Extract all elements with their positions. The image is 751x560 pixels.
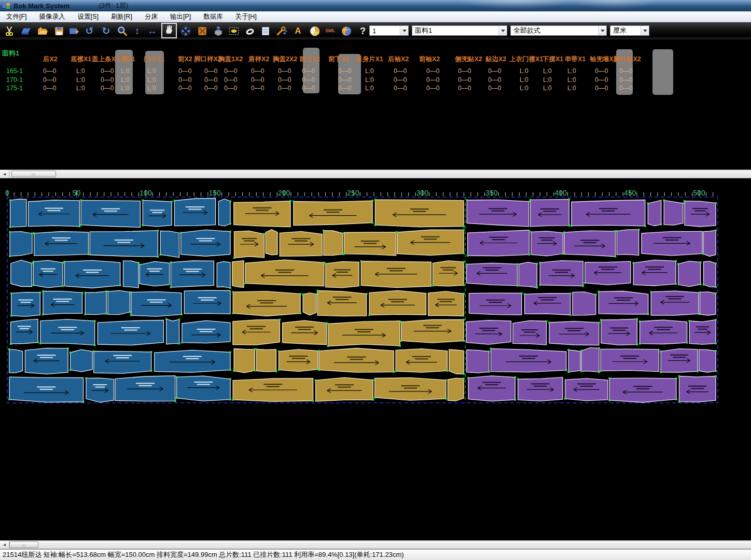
marker-piece[interactable]	[549, 321, 599, 345]
marker-piece[interactable]	[469, 293, 521, 315]
marker-piece[interactable]	[85, 291, 106, 315]
menu-item[interactable]: 数据库	[197, 11, 229, 22]
size-row-label[interactable]: 175-1	[6, 85, 23, 92]
marker-piece[interactable]	[428, 291, 464, 316]
piece-column-header[interactable]: 前袖X2	[419, 55, 440, 64]
menu-item[interactable]: 关于[H]	[229, 11, 263, 22]
scrollbar-thumb[interactable]: |||	[9, 541, 38, 548]
menu-item[interactable]: 刷新[R]	[105, 11, 138, 22]
marker-piece[interactable]	[519, 262, 537, 288]
menu-item[interactable]: 摄像录入	[33, 11, 72, 22]
marker-piece[interactable]	[143, 200, 172, 226]
piece-column-header[interactable]: 串带X1	[565, 55, 586, 64]
marker-piece[interactable]	[326, 261, 359, 287]
marker-piece[interactable]	[90, 231, 158, 257]
menu-item[interactable]: 输出[P]	[164, 11, 197, 22]
marker-piece[interactable]	[233, 291, 300, 316]
marker-piece[interactable]	[294, 201, 372, 226]
undo-icon[interactable]: ↺	[82, 24, 96, 38]
marker-piece[interactable]	[279, 349, 318, 372]
folder-icon[interactable]	[35, 24, 49, 38]
marker-piece[interactable]	[280, 231, 322, 256]
marker-piece[interactable]	[678, 261, 701, 287]
sml-icon[interactable]: SML	[323, 24, 337, 38]
marker-piece[interactable]	[617, 230, 638, 256]
marker-piece[interactable]	[155, 350, 230, 372]
piece-column-header[interactable]: 袖兜墙X1	[590, 55, 617, 64]
piece-column-header[interactable]: 盖上条X1	[92, 55, 119, 64]
marker-piece[interactable]	[177, 376, 230, 401]
marker-piece[interactable]	[232, 261, 244, 288]
save-icon[interactable]	[52, 24, 66, 38]
marker-piece[interactable]	[648, 200, 661, 226]
layer-combo[interactable]: 1	[369, 25, 409, 36]
marker-piece[interactable]	[568, 350, 580, 372]
size-row-label[interactable]: 170-1	[6, 76, 23, 83]
piece-column-header[interactable]: 肩袢X2	[248, 55, 269, 64]
piece-column-header[interactable]: 胸盖1X2	[218, 55, 243, 64]
zoom-icon[interactable]	[115, 24, 129, 38]
marker-piece[interactable]	[601, 319, 637, 345]
marker-piece[interactable]	[396, 349, 447, 372]
horizontal-resize-icon[interactable]: ↔	[145, 24, 159, 38]
marker-piece[interactable]	[467, 263, 518, 286]
calculator-icon[interactable]	[258, 24, 272, 38]
marker-piece[interactable]	[10, 232, 32, 257]
scroll-left-button[interactable]: ◀	[0, 170, 9, 178]
marker-piece[interactable]	[699, 349, 716, 372]
marker-piece[interactable]	[316, 377, 373, 401]
marker-piece[interactable]	[108, 290, 130, 314]
marker-piece[interactable]	[609, 378, 676, 402]
marker-piece[interactable]	[33, 260, 63, 288]
marker-piece[interactable]	[64, 260, 120, 288]
marker-piece[interactable]	[375, 377, 446, 400]
unit-combo[interactable]: 厘米	[610, 25, 649, 36]
marker-piece[interactable]	[11, 292, 40, 316]
marker-piece[interactable]	[218, 199, 230, 226]
help-icon[interactable]: ?	[356, 24, 370, 38]
marker-piece[interactable]	[171, 261, 214, 287]
scissors-icon[interactable]	[2, 24, 16, 38]
marker-piece[interactable]	[328, 321, 400, 346]
piece-column-header[interactable]: 后身片X1	[356, 55, 383, 64]
style-combo[interactable]: 全部款式	[510, 25, 607, 36]
marker-piece[interactable]	[572, 200, 645, 226]
marker-piece[interactable]	[585, 261, 631, 285]
menu-item[interactable]: 分床	[138, 11, 164, 22]
piece-column-header[interactable]: 前下X2	[328, 55, 349, 64]
fabric-combo[interactable]: 面料1	[412, 25, 507, 36]
marker-piece[interactable]	[131, 291, 182, 316]
marker-piece[interactable]	[217, 261, 230, 288]
piece-column-header[interactable]: 前上X2	[299, 55, 320, 64]
pie-icon[interactable]	[308, 24, 322, 38]
marker-piece[interactable]	[234, 349, 255, 373]
marker-piece[interactable]	[160, 231, 179, 257]
marker-piece[interactable]	[651, 291, 699, 315]
marker-piece[interactable]	[703, 230, 716, 256]
marker-piece[interactable]	[664, 200, 683, 225]
marker-piece[interactable]	[466, 320, 511, 345]
marker-piece[interactable]	[40, 319, 95, 345]
vertical-resize-icon[interactable]: ↕	[130, 24, 144, 38]
marker-piece[interactable]	[319, 348, 394, 373]
marker-piece[interactable]	[245, 260, 324, 286]
marker-piece[interactable]	[181, 230, 230, 256]
film-icon[interactable]	[178, 24, 192, 38]
open-file-icon[interactable]	[19, 24, 33, 38]
piece-column-header[interactable]: 门巾X1	[144, 55, 164, 64]
marker-piece[interactable]	[531, 199, 569, 227]
marker-piece[interactable]	[174, 199, 215, 226]
piece-column-header[interactable]: 贴边X2	[485, 55, 506, 64]
tools-icon[interactable]	[274, 24, 288, 38]
marker-piece[interactable]	[581, 348, 599, 372]
piece-column-header[interactable]: 下摆X1	[543, 55, 563, 64]
size-row-label[interactable]: 165-1	[6, 67, 23, 75]
marker-piece[interactable]	[234, 201, 290, 227]
marker-piece[interactable]	[266, 230, 277, 255]
marker-piece[interactable]	[140, 261, 169, 286]
piece-column-header[interactable]: 胸斗贴X2	[614, 55, 641, 64]
piece-column-header[interactable]: 脚口袢X2	[194, 55, 221, 64]
marker-piece[interactable]	[98, 320, 163, 345]
marker-piece[interactable]	[115, 376, 175, 401]
marker-piece[interactable]	[491, 348, 566, 372]
